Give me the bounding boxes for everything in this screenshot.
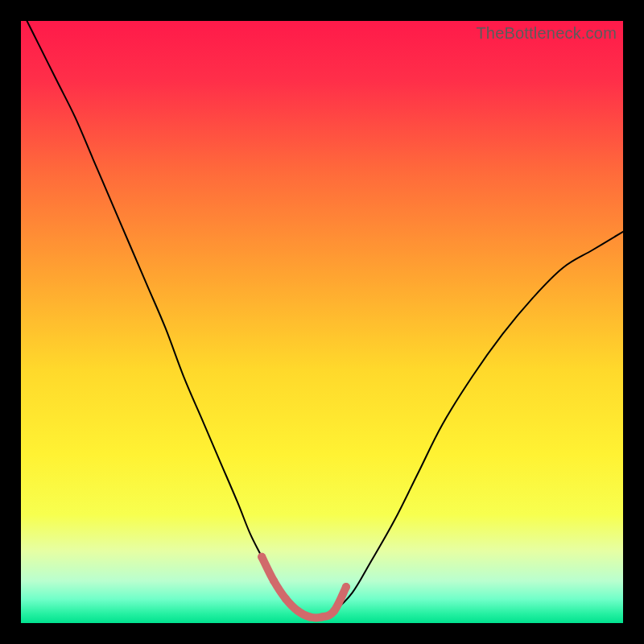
trough-node [306, 613, 314, 621]
watermark-text: TheBottleneck.com [476, 24, 617, 43]
trough-node [282, 595, 290, 603]
trough-node [258, 553, 266, 561]
trough-node [270, 577, 278, 585]
plot-area: TheBottleneck.com [21, 21, 623, 623]
trough-node [342, 583, 350, 591]
trough-node [294, 607, 302, 615]
trough-node [330, 607, 338, 615]
chart-svg [21, 21, 623, 623]
trough-node [318, 613, 326, 621]
bottleneck-curve [21, 21, 623, 618]
chart-frame: TheBottleneck.com [0, 0, 644, 644]
